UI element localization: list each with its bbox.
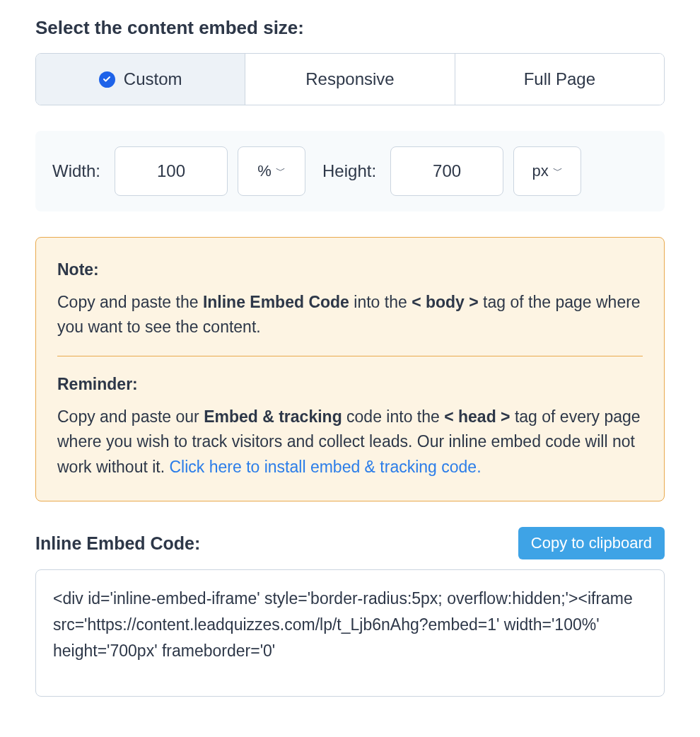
copy-to-clipboard-button[interactable]: Copy to clipboard	[518, 527, 665, 559]
note-box: Note: Copy and paste the Inline Embed Co…	[35, 237, 665, 501]
height-label: Height:	[322, 161, 376, 181]
embed-code-title: Inline Embed Code:	[35, 533, 200, 554]
width-unit-value: %	[257, 162, 272, 180]
height-unit-select[interactable]: px ﹀	[513, 146, 581, 196]
text: into the	[349, 293, 412, 311]
width-label: Width:	[52, 161, 100, 181]
tab-label: Responsive	[305, 69, 394, 89]
tab-responsive[interactable]: Responsive	[245, 54, 455, 105]
text: code into the	[342, 407, 445, 426]
install-tracking-link[interactable]: Click here to install embed & tracking c…	[170, 458, 482, 476]
chevron-down-icon: ﹀	[276, 165, 286, 178]
note-title: Note:	[57, 257, 643, 283]
tab-label: Custom	[124, 69, 182, 89]
reminder-title: Reminder:	[57, 372, 643, 397]
bold-text: < head >	[444, 407, 510, 426]
height-input[interactable]	[390, 146, 503, 196]
width-unit-select[interactable]: % ﹀	[238, 146, 305, 196]
text: Copy and paste the	[57, 293, 203, 311]
embed-header: Inline Embed Code: Copy to clipboard	[35, 527, 665, 559]
note-text: Copy and paste the Inline Embed Code int…	[57, 290, 643, 340]
check-circle-icon	[99, 71, 115, 88]
width-input[interactable]	[115, 146, 228, 196]
reminder-text: Copy and paste our Embed & tracking code…	[57, 405, 643, 480]
divider	[57, 356, 643, 356]
tab-custom[interactable]: Custom	[36, 54, 245, 105]
embed-code-box[interactable]: <div id='inline-embed-iframe' style='bor…	[35, 569, 665, 697]
size-panel: Width: % ﹀ Height: px ﹀	[35, 131, 665, 211]
bold-text: Embed & tracking	[204, 407, 342, 426]
tab-full-page[interactable]: Full Page	[455, 54, 664, 105]
embed-size-tabs: Custom Responsive Full Page	[35, 53, 665, 105]
bold-text: < body >	[412, 293, 479, 311]
chevron-down-icon: ﹀	[553, 165, 563, 178]
text: Copy and paste our	[57, 407, 204, 426]
bold-text: Inline Embed Code	[203, 293, 349, 311]
section-heading: Select the content embed size:	[35, 17, 665, 39]
tab-label: Full Page	[524, 69, 595, 89]
height-unit-value: px	[532, 162, 548, 180]
